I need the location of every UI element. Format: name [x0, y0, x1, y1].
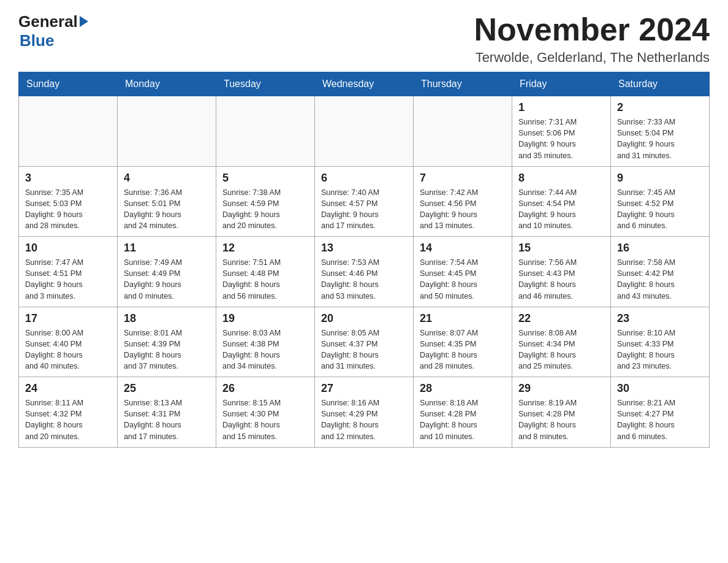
logo-blue-text: Blue	[20, 31, 88, 50]
day-number: 12	[222, 242, 308, 255]
day-info: Sunrise: 8:13 AMSunset: 4:31 PMDaylight:…	[124, 397, 210, 442]
weekday-header-tuesday: Tuesday	[216, 72, 315, 96]
calendar-cell: 28Sunrise: 8:18 AMSunset: 4:28 PMDayligh…	[414, 377, 512, 448]
day-number: 25	[124, 382, 210, 395]
calendar-cell: 12Sunrise: 7:51 AMSunset: 4:48 PMDayligh…	[216, 237, 315, 307]
day-number: 22	[518, 312, 604, 325]
day-info: Sunrise: 8:16 AMSunset: 4:29 PMDaylight:…	[321, 397, 407, 442]
day-info: Sunrise: 7:42 AMSunset: 4:56 PMDaylight:…	[420, 187, 506, 232]
day-info: Sunrise: 8:19 AMSunset: 4:28 PMDaylight:…	[518, 397, 604, 442]
week-row-2: 3Sunrise: 7:35 AMSunset: 5:03 PMDaylight…	[19, 166, 710, 237]
calendar-cell: 9Sunrise: 7:45 AMSunset: 4:52 PMDaylight…	[611, 166, 710, 237]
calendar-cell: 16Sunrise: 7:58 AMSunset: 4:42 PMDayligh…	[611, 237, 710, 307]
day-number: 6	[321, 172, 407, 185]
calendar-table: SundayMondayTuesdayWednesdayThursdayFrid…	[18, 72, 710, 448]
day-number: 19	[222, 312, 308, 325]
day-info: Sunrise: 7:53 AMSunset: 4:46 PMDaylight:…	[321, 257, 407, 302]
calendar-cell	[315, 96, 414, 167]
day-number: 3	[25, 172, 111, 185]
day-info: Sunrise: 8:08 AMSunset: 4:34 PMDaylight:…	[518, 327, 604, 372]
calendar-cell: 17Sunrise: 8:00 AMSunset: 4:40 PMDayligh…	[19, 307, 118, 377]
day-number: 18	[124, 312, 210, 325]
day-number: 21	[420, 312, 506, 325]
calendar-cell: 5Sunrise: 7:38 AMSunset: 4:59 PMDaylight…	[216, 166, 315, 237]
day-info: Sunrise: 8:05 AMSunset: 4:37 PMDaylight:…	[321, 327, 407, 372]
calendar-cell: 23Sunrise: 8:10 AMSunset: 4:33 PMDayligh…	[611, 307, 710, 377]
calendar-cell: 10Sunrise: 7:47 AMSunset: 4:51 PMDayligh…	[19, 237, 118, 307]
calendar-cell: 6Sunrise: 7:40 AMSunset: 4:57 PMDaylight…	[315, 166, 414, 237]
calendar-cell: 3Sunrise: 7:35 AMSunset: 5:03 PMDaylight…	[19, 166, 118, 237]
logo-arrow-icon	[80, 16, 88, 27]
day-number: 23	[617, 312, 703, 325]
month-year-title: November 2024	[474, 12, 710, 47]
day-number: 20	[321, 312, 407, 325]
weekday-header-saturday: Saturday	[611, 72, 710, 96]
weekday-header-sunday: Sunday	[19, 72, 118, 96]
day-number: 11	[124, 242, 210, 255]
calendar-cell	[216, 96, 315, 167]
calendar-cell: 22Sunrise: 8:08 AMSunset: 4:34 PMDayligh…	[512, 307, 611, 377]
day-info: Sunrise: 8:03 AMSunset: 4:38 PMDaylight:…	[222, 327, 308, 372]
day-info: Sunrise: 7:45 AMSunset: 4:52 PMDaylight:…	[617, 187, 703, 232]
day-info: Sunrise: 7:58 AMSunset: 4:42 PMDaylight:…	[617, 257, 703, 302]
day-number: 16	[617, 242, 703, 255]
calendar-cell: 2Sunrise: 7:33 AMSunset: 5:04 PMDaylight…	[611, 96, 710, 167]
calendar-cell: 18Sunrise: 8:01 AMSunset: 4:39 PMDayligh…	[118, 307, 216, 377]
day-info: Sunrise: 7:56 AMSunset: 4:43 PMDaylight:…	[518, 257, 604, 302]
calendar-cell: 14Sunrise: 7:54 AMSunset: 4:45 PMDayligh…	[414, 237, 512, 307]
week-row-1: 1Sunrise: 7:31 AMSunset: 5:06 PMDaylight…	[19, 96, 710, 167]
day-number: 10	[25, 242, 111, 255]
day-info: Sunrise: 7:40 AMSunset: 4:57 PMDaylight:…	[321, 187, 407, 232]
day-number: 15	[518, 242, 604, 255]
weekday-header-thursday: Thursday	[414, 72, 512, 96]
week-row-5: 24Sunrise: 8:11 AMSunset: 4:32 PMDayligh…	[19, 377, 710, 448]
logo-area: General Blue	[18, 12, 88, 50]
calendar-cell: 13Sunrise: 7:53 AMSunset: 4:46 PMDayligh…	[315, 237, 414, 307]
calendar-cell: 21Sunrise: 8:07 AMSunset: 4:35 PMDayligh…	[414, 307, 512, 377]
day-info: Sunrise: 8:10 AMSunset: 4:33 PMDaylight:…	[617, 327, 703, 372]
calendar-cell	[118, 96, 216, 167]
weekday-header-monday: Monday	[118, 72, 216, 96]
day-number: 30	[617, 382, 703, 395]
day-number: 2	[617, 101, 703, 114]
day-info: Sunrise: 8:00 AMSunset: 4:40 PMDaylight:…	[25, 327, 111, 372]
calendar-cell	[19, 96, 118, 167]
calendar-cell: 19Sunrise: 8:03 AMSunset: 4:38 PMDayligh…	[216, 307, 315, 377]
day-number: 5	[222, 172, 308, 185]
day-number: 4	[124, 172, 210, 185]
day-number: 28	[420, 382, 506, 395]
week-row-3: 10Sunrise: 7:47 AMSunset: 4:51 PMDayligh…	[19, 237, 710, 307]
day-info: Sunrise: 7:49 AMSunset: 4:49 PMDaylight:…	[124, 257, 210, 302]
day-number: 27	[321, 382, 407, 395]
day-info: Sunrise: 8:11 AMSunset: 4:32 PMDaylight:…	[25, 397, 111, 442]
calendar-cell: 25Sunrise: 8:13 AMSunset: 4:31 PMDayligh…	[118, 377, 216, 448]
title-area: November 2024 Terwolde, Gelderland, The …	[474, 12, 710, 66]
day-number: 26	[222, 382, 308, 395]
logo: General Blue	[18, 12, 88, 50]
day-info: Sunrise: 7:44 AMSunset: 4:54 PMDaylight:…	[518, 187, 604, 232]
calendar-cell: 30Sunrise: 8:21 AMSunset: 4:27 PMDayligh…	[611, 377, 710, 448]
calendar-cell: 20Sunrise: 8:05 AMSunset: 4:37 PMDayligh…	[315, 307, 414, 377]
day-info: Sunrise: 7:47 AMSunset: 4:51 PMDaylight:…	[25, 257, 111, 302]
day-info: Sunrise: 7:38 AMSunset: 4:59 PMDaylight:…	[222, 187, 308, 232]
day-info: Sunrise: 7:35 AMSunset: 5:03 PMDaylight:…	[25, 187, 111, 232]
calendar-cell: 26Sunrise: 8:15 AMSunset: 4:30 PMDayligh…	[216, 377, 315, 448]
day-number: 7	[420, 172, 506, 185]
weekday-header-row: SundayMondayTuesdayWednesdayThursdayFrid…	[19, 72, 710, 96]
day-info: Sunrise: 8:01 AMSunset: 4:39 PMDaylight:…	[124, 327, 210, 372]
day-info: Sunrise: 8:15 AMSunset: 4:30 PMDaylight:…	[222, 397, 308, 442]
day-info: Sunrise: 7:36 AMSunset: 5:01 PMDaylight:…	[124, 187, 210, 232]
day-number: 29	[518, 382, 604, 395]
day-info: Sunrise: 7:33 AMSunset: 5:04 PMDaylight:…	[617, 117, 703, 161]
calendar-cell: 15Sunrise: 7:56 AMSunset: 4:43 PMDayligh…	[512, 237, 611, 307]
calendar-cell: 29Sunrise: 8:19 AMSunset: 4:28 PMDayligh…	[512, 377, 611, 448]
week-row-4: 17Sunrise: 8:00 AMSunset: 4:40 PMDayligh…	[19, 307, 710, 377]
day-info: Sunrise: 7:54 AMSunset: 4:45 PMDaylight:…	[420, 257, 506, 302]
page-header: General Blue November 2024 Terwolde, Gel…	[18, 12, 710, 66]
day-info: Sunrise: 7:31 AMSunset: 5:06 PMDaylight:…	[518, 117, 604, 161]
calendar-cell: 11Sunrise: 7:49 AMSunset: 4:49 PMDayligh…	[118, 237, 216, 307]
day-number: 24	[25, 382, 111, 395]
weekday-header-wednesday: Wednesday	[315, 72, 414, 96]
day-info: Sunrise: 8:21 AMSunset: 4:27 PMDaylight:…	[617, 397, 703, 442]
day-info: Sunrise: 8:07 AMSunset: 4:35 PMDaylight:…	[420, 327, 506, 372]
